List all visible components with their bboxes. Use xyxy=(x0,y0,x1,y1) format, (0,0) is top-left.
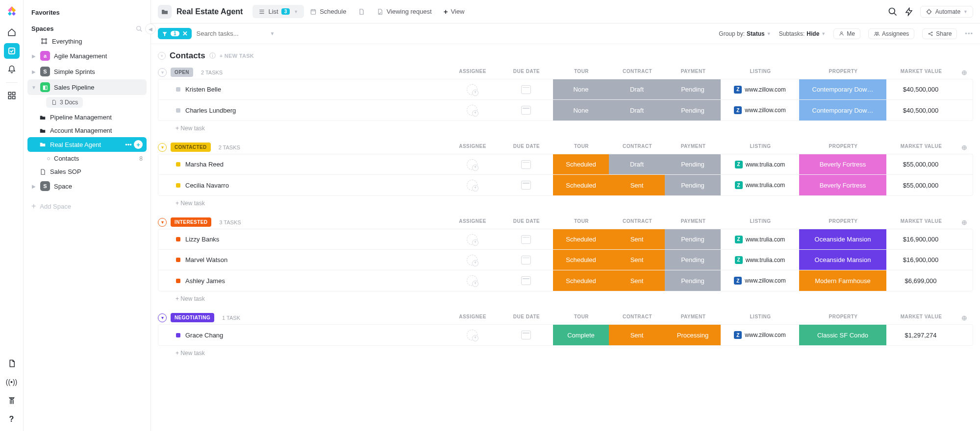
docs-icon[interactable] xyxy=(4,356,20,371)
market-value-cell[interactable]: $55,000,000 xyxy=(886,175,955,195)
tab-list[interactable]: List 3 ▼ xyxy=(252,5,304,18)
payment-cell[interactable]: Pending xyxy=(665,79,721,99)
more-icon[interactable]: ••• xyxy=(965,30,973,37)
folder-icon[interactable] xyxy=(158,5,172,19)
task-row[interactable]: Marsha Reed Scheduled Draft Pending Zwww… xyxy=(158,154,973,175)
payment-cell[interactable]: Processing xyxy=(665,325,721,345)
due-date-cell[interactable] xyxy=(499,250,553,270)
property-cell[interactable]: Contemporary Dow… xyxy=(799,100,886,120)
pulse-icon[interactable]: ((•)) xyxy=(4,374,20,390)
task-name[interactable]: Charles Lundberg xyxy=(158,100,445,120)
new-task-row[interactable]: + New task xyxy=(158,346,973,357)
property-cell[interactable]: Contemporary Dow… xyxy=(799,79,886,99)
new-task-row[interactable]: + New task xyxy=(158,196,973,207)
tab-add-view[interactable]: + View xyxy=(438,4,471,19)
task-name[interactable]: Marsha Reed xyxy=(158,154,445,174)
tour-cell[interactable]: None xyxy=(553,100,609,120)
tour-cell[interactable]: None xyxy=(553,79,609,99)
listing-cell[interactable]: Zwww.zillow.com xyxy=(721,325,799,345)
home-icon[interactable] xyxy=(4,24,20,40)
task-row[interactable]: Cecilia Navarro Scheduled Sent Pending Z… xyxy=(158,175,973,195)
tour-cell[interactable]: Scheduled xyxy=(553,250,609,270)
payment-cell[interactable]: Pending xyxy=(665,154,721,174)
group-toggle[interactable]: ▾ xyxy=(158,143,167,152)
property-cell[interactable]: Oceanside Mansion xyxy=(799,229,886,249)
sidebar-item-sprints[interactable]: ▶ S Simple Sprints xyxy=(27,64,147,79)
due-date-cell[interactable] xyxy=(499,175,553,195)
sidebar-item-contacts[interactable]: Contacts 8 xyxy=(27,152,147,165)
search-icon[interactable] xyxy=(888,7,898,17)
listing-cell[interactable]: Zwww.zillow.com xyxy=(721,270,799,291)
task-row[interactable]: Charles Lundberg None Draft Pending Zwww… xyxy=(158,100,973,120)
search-icon[interactable] xyxy=(136,25,143,32)
contract-cell[interactable]: Draft xyxy=(609,79,665,99)
sidebar-item-sales-pipeline[interactable]: ▼ ◧ Sales Pipeline xyxy=(27,79,147,95)
listing-cell[interactable]: Zwww.trulia.com xyxy=(721,175,799,195)
property-cell[interactable]: Classic SF Condo xyxy=(799,325,886,345)
tour-cell[interactable]: Scheduled xyxy=(553,175,609,195)
listing-cell[interactable]: Zwww.trulia.com xyxy=(721,154,799,174)
assignee-cell[interactable] xyxy=(445,79,499,99)
listing-cell[interactable]: Zwww.zillow.com xyxy=(721,100,799,120)
task-name[interactable]: Kristen Belle xyxy=(158,79,445,99)
market-value-cell[interactable]: $16,900,000 xyxy=(886,250,955,270)
task-row[interactable]: Ashley James Scheduled Sent Pending Zwww… xyxy=(158,270,973,291)
group-by-selector[interactable]: Group by: Status ▼ xyxy=(719,30,771,37)
me-button[interactable]: Me xyxy=(833,28,860,39)
contract-cell[interactable]: Sent xyxy=(609,325,665,345)
sidebar-item-pipeline-mgmt[interactable]: Pipeline Management xyxy=(27,111,147,124)
tour-cell[interactable]: Scheduled xyxy=(553,229,609,249)
group-toggle[interactable]: ▾ xyxy=(158,218,167,227)
sidebar-item-everything[interactable]: Everything xyxy=(27,34,147,48)
tab-doc-blank[interactable] xyxy=(352,5,371,18)
assignee-cell[interactable] xyxy=(445,325,499,345)
group-toggle[interactable]: ▾ xyxy=(158,313,167,322)
task-name[interactable]: Lizzy Banks xyxy=(158,229,445,249)
collapse-all-icon[interactable]: ▾ xyxy=(158,52,166,60)
market-value-cell[interactable]: $40,500,000 xyxy=(886,100,955,120)
assignee-cell[interactable] xyxy=(445,270,499,291)
assignee-cell[interactable] xyxy=(445,229,499,249)
contract-cell[interactable]: Sent xyxy=(609,250,665,270)
due-date-cell[interactable] xyxy=(499,100,553,120)
automate-button[interactable]: Automate ▼ xyxy=(920,6,973,18)
contract-cell[interactable]: Sent xyxy=(609,270,665,291)
filter-chip[interactable]: 1 ✕ xyxy=(158,28,192,39)
close-icon[interactable]: ✕ xyxy=(182,30,188,37)
market-value-cell[interactable]: $40,500,000 xyxy=(886,79,955,99)
subtasks-selector[interactable]: Subtasks: Hide ▼ xyxy=(779,30,826,37)
listing-cell[interactable]: Zwww.trulia.com xyxy=(721,250,799,270)
task-row[interactable]: Lizzy Banks Scheduled Sent Pending Zwww.… xyxy=(158,229,973,250)
task-name[interactable]: Cecilia Navarro xyxy=(158,175,445,195)
sidebar-item-real-estate[interactable]: Real Estate Agent ••• + xyxy=(27,137,147,152)
market-value-cell[interactable]: $55,000,000 xyxy=(886,154,955,174)
property-cell[interactable]: Modern Farmhouse xyxy=(799,270,886,291)
add-column-button[interactable]: ⊕ xyxy=(955,69,973,76)
more-icon[interactable]: ••• xyxy=(124,140,133,149)
assignee-cell[interactable] xyxy=(445,100,499,120)
task-search[interactable]: ▼ xyxy=(197,30,280,37)
task-name[interactable]: Ashley James xyxy=(158,270,445,291)
tab-schedule[interactable]: Schedule xyxy=(304,5,352,18)
new-task-row[interactable]: + New task xyxy=(158,121,973,132)
task-name[interactable]: Grace Chang xyxy=(158,325,445,345)
payment-cell[interactable]: Pending xyxy=(665,250,721,270)
assignee-cell[interactable] xyxy=(445,154,499,174)
payment-cell[interactable]: Pending xyxy=(665,270,721,291)
payment-cell[interactable]: Pending xyxy=(665,175,721,195)
property-cell[interactable]: Beverly Fortress xyxy=(799,154,886,174)
sidebar-item-account-mgmt[interactable]: Account Management xyxy=(27,124,147,137)
tour-cell[interactable]: Complete xyxy=(553,325,609,345)
due-date-cell[interactable] xyxy=(499,229,553,249)
due-date-cell[interactable] xyxy=(499,270,553,291)
app-logo[interactable] xyxy=(5,4,19,18)
goals-icon[interactable] xyxy=(4,393,20,408)
group-toggle[interactable]: ▾ xyxy=(158,68,167,77)
contract-cell[interactable]: Sent xyxy=(609,229,665,249)
assignee-cell[interactable] xyxy=(445,175,499,195)
help-icon[interactable]: ? xyxy=(4,411,20,427)
market-value-cell[interactable]: $16,900,000 xyxy=(886,229,955,249)
status-badge[interactable]: INTERESTED xyxy=(171,217,211,227)
tasks-icon[interactable] xyxy=(4,43,20,59)
add-column-button[interactable]: ⊕ xyxy=(955,218,973,226)
